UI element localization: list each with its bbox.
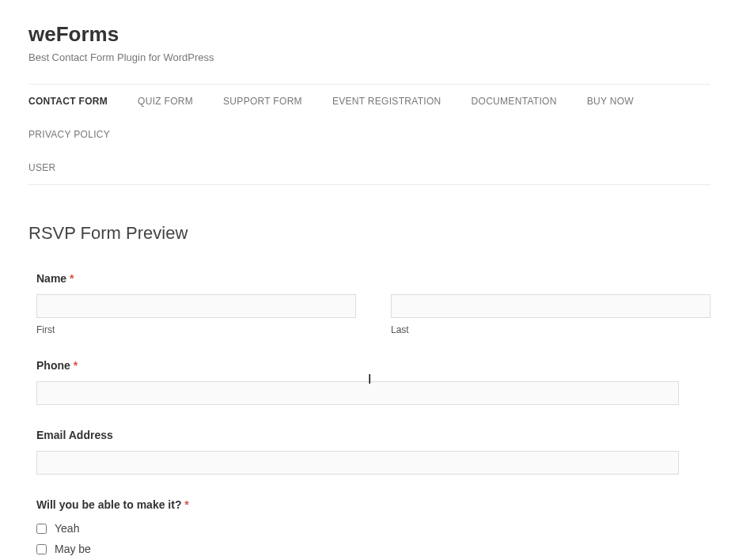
nav-buy-now[interactable]: BUY NOW: [587, 85, 634, 118]
main-nav: CONTACT FORM QUIZ FORM SUPPORT FORM EVEN…: [28, 84, 711, 185]
last-name-sublabel: Last: [391, 324, 711, 335]
required-icon: *: [74, 359, 78, 372]
option-maybe-label: May be: [55, 543, 91, 555]
email-input[interactable]: [36, 451, 679, 475]
attend-options: Yeah May be I can't: [36, 522, 711, 560]
name-label: Name *: [36, 272, 711, 285]
nav-support-form[interactable]: SUPPORT FORM: [223, 85, 302, 118]
nav-privacy-policy[interactable]: PRIVACY POLICY: [28, 118, 110, 151]
first-name-input[interactable]: [36, 294, 356, 318]
site-title: weForms: [28, 22, 711, 47]
rsvp-form: Name * First Last Phone * I Email Addres…: [28, 272, 711, 560]
field-attend: Will you be able to make it? * Yeah May …: [36, 498, 711, 560]
last-name-input[interactable]: [391, 294, 711, 318]
attend-label: Will you be able to make it? *: [36, 498, 711, 511]
field-email: Email Address: [36, 429, 711, 475]
field-phone: Phone * I: [36, 359, 711, 405]
required-icon: *: [70, 272, 74, 285]
nav-contact-form[interactable]: CONTACT FORM: [28, 85, 108, 118]
attend-label-text: Will you be able to make it?: [36, 498, 181, 511]
option-yeah-label: Yeah: [55, 522, 79, 535]
phone-label-text: Phone: [36, 359, 70, 372]
page-title: RSVP Form Preview: [28, 223, 711, 244]
phone-label: Phone *: [36, 359, 711, 372]
checkbox-maybe[interactable]: [36, 544, 47, 554]
nav-documentation[interactable]: DOCUMENTATION: [472, 85, 557, 118]
email-label: Email Address: [36, 429, 711, 441]
nav-event-registration[interactable]: EVENT REGISTRATION: [332, 85, 442, 118]
required-icon: *: [184, 498, 188, 511]
name-label-text: Name: [36, 272, 66, 285]
checkbox-yeah[interactable]: [36, 524, 47, 534]
site-tagline: Best Contact Form Plugin for WordPress: [28, 51, 711, 63]
nav-row: CONTACT FORM QUIZ FORM SUPPORT FORM EVEN…: [28, 85, 711, 151]
phone-input[interactable]: [36, 381, 679, 405]
email-label-text: Email Address: [36, 429, 113, 441]
nav-quiz-form[interactable]: QUIZ FORM: [138, 85, 193, 118]
option-yeah[interactable]: Yeah: [36, 522, 711, 535]
first-name-sublabel: First: [36, 324, 356, 335]
field-name: Name * First Last: [36, 272, 711, 335]
option-maybe[interactable]: May be: [36, 543, 711, 555]
nav-user[interactable]: USER: [28, 151, 56, 184]
nav-row-2: USER: [28, 151, 711, 184]
